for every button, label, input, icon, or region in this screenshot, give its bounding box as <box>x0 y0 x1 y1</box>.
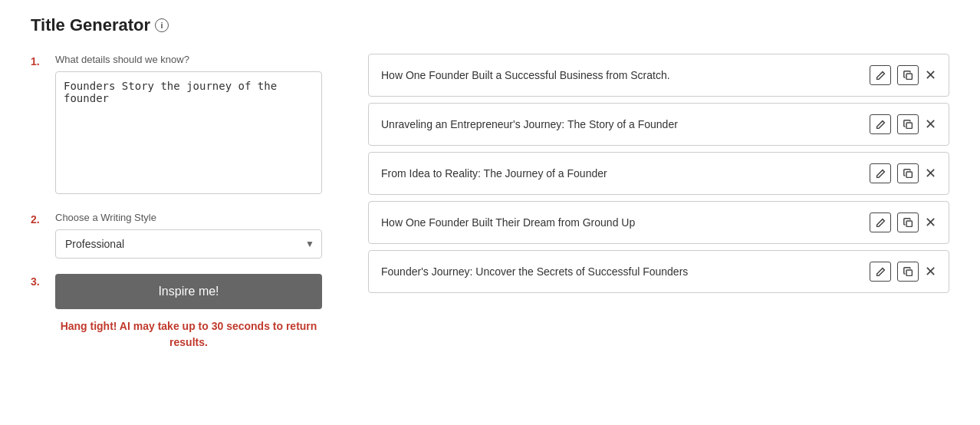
page-title-container: Title Generator i <box>31 15 949 35</box>
copy-button[interactable] <box>897 65 919 85</box>
remove-button[interactable]: ✕ <box>925 117 936 131</box>
result-actions: ✕ <box>870 262 936 282</box>
waiting-message: Hang tight! AI may take up to 30 seconds… <box>55 318 322 351</box>
remove-button[interactable]: ✕ <box>925 166 936 180</box>
copy-button[interactable] <box>897 212 919 232</box>
remove-button[interactable]: ✕ <box>925 216 936 229</box>
results-panel: How One Founder Built a Successful Busin… <box>368 54 949 293</box>
copy-button[interactable] <box>897 262 919 282</box>
svg-rect-0 <box>906 74 912 79</box>
result-card: How One Founder Built Their Dream from G… <box>368 201 949 244</box>
writing-style-select[interactable]: Professional Casual Creative Academic Fo… <box>55 229 322 259</box>
step3-section: 3. Inspire me! Hang tight! AI may take u… <box>31 274 322 351</box>
step2-content: Choose a Writing Style Professional Casu… <box>55 212 322 259</box>
svg-rect-2 <box>906 172 912 177</box>
result-text: Founder's Journey: Uncover the Secrets o… <box>381 264 860 280</box>
remove-button[interactable]: ✕ <box>925 265 936 278</box>
step2-number: 2. <box>31 213 43 226</box>
details-textarea[interactable]: Founders Story the journey of the founde… <box>55 71 322 194</box>
writing-style-wrapper: Professional Casual Creative Academic Fo… <box>55 229 322 259</box>
result-actions: ✕ <box>870 163 936 183</box>
copy-button[interactable] <box>897 163 919 183</box>
step3-content: Inspire me! Hang tight! AI may take up t… <box>55 274 322 351</box>
result-card: Unraveling an Entrepreneur's Journey: Th… <box>368 103 949 146</box>
main-layout: 1. What details should we know? Founders… <box>31 54 949 366</box>
result-actions: ✕ <box>870 65 936 85</box>
inspire-button[interactable]: Inspire me! <box>55 274 322 309</box>
step1-label: What details should we know? <box>55 54 322 65</box>
svg-rect-4 <box>906 270 912 275</box>
edit-button[interactable] <box>870 262 891 282</box>
edit-button[interactable] <box>870 65 891 85</box>
step1-content: What details should we know? Founders St… <box>55 54 322 196</box>
copy-button[interactable] <box>897 114 919 134</box>
result-card: Founder's Journey: Uncover the Secrets o… <box>368 250 949 293</box>
page-title: Title Generator <box>31 15 150 35</box>
step1-number: 1. <box>31 55 43 68</box>
result-card: How One Founder Built a Successful Busin… <box>368 54 949 97</box>
remove-button[interactable]: ✕ <box>925 68 936 82</box>
result-actions: ✕ <box>870 212 936 232</box>
svg-rect-1 <box>906 123 912 128</box>
result-text: Unraveling an Entrepreneur's Journey: Th… <box>381 117 860 133</box>
result-actions: ✕ <box>870 114 936 134</box>
edit-button[interactable] <box>870 114 891 134</box>
result-text: From Idea to Reality: The Journey of a F… <box>381 166 860 182</box>
step2-label: Choose a Writing Style <box>55 212 322 223</box>
svg-rect-3 <box>906 221 912 226</box>
result-text: How One Founder Built a Successful Busin… <box>381 68 860 84</box>
edit-button[interactable] <box>870 212 891 232</box>
step2-section: 2. Choose a Writing Style Professional C… <box>31 212 322 259</box>
step1-section: 1. What details should we know? Founders… <box>31 54 322 196</box>
edit-button[interactable] <box>870 163 891 183</box>
step3-number: 3. <box>31 275 43 288</box>
info-icon[interactable]: i <box>155 18 169 32</box>
left-panel: 1. What details should we know? Founders… <box>31 54 322 366</box>
result-card: From Idea to Reality: The Journey of a F… <box>368 152 949 195</box>
result-text: How One Founder Built Their Dream from G… <box>381 215 860 231</box>
